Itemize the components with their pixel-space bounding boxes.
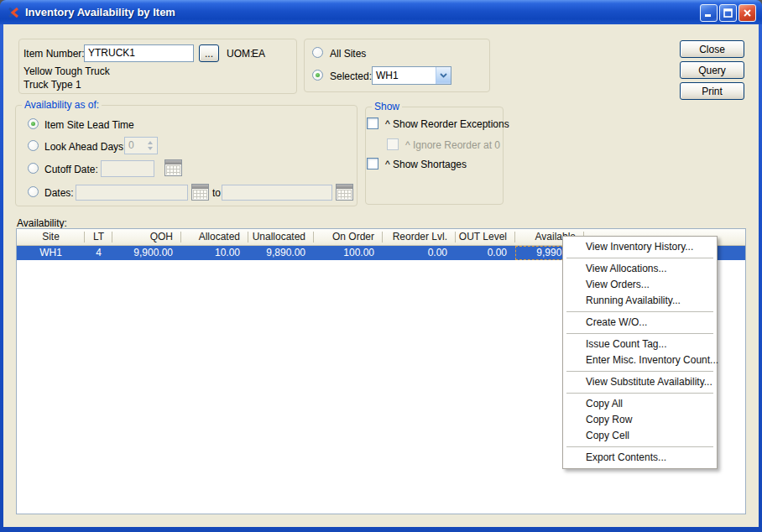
minimize-button[interactable]: [700, 4, 718, 22]
query-button[interactable]: Query: [680, 61, 744, 79]
show-reorder-exceptions-checkbox[interactable]: [367, 117, 378, 129]
ignore-reorder-checkbox[interactable]: [387, 138, 399, 150]
minimize-icon: [704, 8, 713, 18]
item-number-input[interactable]: YTRUCK1: [84, 44, 194, 62]
column-header-qoh[interactable]: QOH: [112, 229, 181, 245]
column-header-allocated[interactable]: Allocated: [181, 229, 248, 245]
column-header-on-order[interactable]: On Order: [314, 229, 383, 245]
menu-item-copy-cell[interactable]: Copy Cell: [563, 428, 717, 444]
cutoff-date-label: Cutoff Date:: [44, 164, 98, 175]
cutoff-date-calendar-icon[interactable]: [164, 159, 182, 176]
print-button[interactable]: Print: [680, 82, 744, 100]
uom-label: UOM:: [227, 48, 253, 60]
menu-item-view-orders[interactable]: View Orders...: [563, 277, 717, 293]
xtuple-logo-icon: [7, 6, 20, 19]
spinner-down-icon[interactable]: [145, 145, 155, 152]
menu-item-copy-all[interactable]: Copy All: [563, 396, 717, 412]
cell-reorder-lvl[interactable]: 0.00: [383, 246, 456, 260]
menu-separator: [566, 258, 713, 258]
menu-separator: [566, 371, 713, 372]
all-sites-label: All Sites: [330, 48, 366, 60]
menu-item-issue-count-tag[interactable]: Issue Count Tag...: [563, 336, 717, 352]
menu-separator: [566, 393, 713, 394]
cell-on-order[interactable]: 100.00: [314, 246, 383, 260]
column-header-out-level[interactable]: OUT Level: [456, 229, 515, 245]
availability-as-of-title: Availability as of:: [22, 100, 102, 111]
date-to-input[interactable]: [222, 185, 332, 201]
context-menu: View Inventory History... View Allocatio…: [562, 236, 718, 469]
menu-item-export-contents[interactable]: Export Contents...: [563, 450, 717, 466]
maximize-button[interactable]: [719, 4, 737, 22]
chevron-down-icon: [440, 73, 447, 78]
close-icon: [743, 8, 752, 18]
look-ahead-days-spinner[interactable]: 0: [124, 137, 158, 154]
item-browse-button[interactable]: ...: [199, 44, 219, 62]
menu-item-copy-row[interactable]: Copy Row: [563, 412, 717, 428]
cell-lt[interactable]: 4: [85, 246, 112, 260]
item-site-lead-time-label: Item Site Lead Time: [44, 119, 134, 131]
cell-site[interactable]: WH1: [17, 246, 85, 260]
look-ahead-days-label: Look Ahead Days:: [44, 141, 126, 153]
availability-table-label: Availability:: [17, 217, 67, 229]
cell-unallocated[interactable]: 9,890.00: [248, 246, 314, 260]
cutoff-date-radio[interactable]: [28, 163, 39, 174]
look-ahead-days-radio[interactable]: [28, 140, 39, 151]
dates-to-label: to: [212, 187, 221, 199]
column-header-reorder-lvl[interactable]: Reorder Lvl.: [383, 229, 456, 245]
dates-label: Dates:: [44, 187, 74, 199]
show-shortages-checkbox[interactable]: [367, 158, 378, 170]
column-header-site[interactable]: Site: [17, 229, 85, 245]
close-action-button[interactable]: Close: [680, 40, 744, 58]
item-description-2: Truck Type 1: [23, 79, 81, 91]
menu-item-enter-misc-inventory-count[interactable]: Enter Misc. Inventory Count...: [563, 352, 717, 368]
date-from-calendar-icon[interactable]: [191, 184, 209, 201]
cell-out-level[interactable]: 0.00: [456, 246, 515, 260]
cell-allocated[interactable]: 10.00: [181, 246, 248, 260]
show-shortages-label: ^ Show Shortages: [385, 159, 467, 170]
window-title: Inventory Availability by Item: [25, 6, 175, 18]
uom-value: EA: [252, 48, 265, 60]
menu-separator: [566, 446, 713, 447]
item-number-label: Item Number:: [23, 48, 85, 60]
show-reorder-exceptions-label: ^ Show Reorder Exceptions: [385, 118, 509, 130]
all-sites-radio[interactable]: [312, 47, 323, 58]
menu-item-create-wo[interactable]: Create W/O...: [563, 315, 717, 331]
menu-separator: [566, 311, 713, 312]
cutoff-date-input[interactable]: [101, 160, 154, 177]
menu-item-view-substitute-availability[interactable]: View Substitute Availability...: [563, 374, 717, 390]
date-to-calendar-icon[interactable]: [336, 184, 353, 201]
show-group-title: Show: [372, 102, 402, 112]
date-from-input[interactable]: [76, 185, 188, 201]
maximize-icon: [723, 8, 733, 18]
column-header-unallocated[interactable]: Unallocated: [248, 229, 314, 245]
item-description-1: Yellow Tough Truck: [23, 65, 110, 77]
menu-item-view-allocations[interactable]: View Allocations...: [563, 261, 717, 277]
site-combobox[interactable]: WH1: [372, 66, 451, 85]
item-site-lead-time-radio[interactable]: [28, 118, 39, 129]
selected-site-label: Selected:: [330, 70, 372, 82]
app-window: Inventory Availability by Item Item Numb…: [0, 0, 762, 532]
ignore-reorder-label: ^ Ignore Reorder at 0: [405, 139, 500, 151]
selected-site-radio[interactable]: [312, 70, 323, 81]
look-ahead-days-value: 0: [128, 139, 134, 151]
titlebar[interactable]: Inventory Availability by Item: [0, 0, 762, 24]
close-button[interactable]: [739, 4, 756, 22]
combo-dropdown-button[interactable]: [436, 67, 451, 84]
menu-item-running-availability[interactable]: Running Availability...: [563, 293, 717, 309]
dates-radio[interactable]: [28, 186, 39, 197]
column-header-lt[interactable]: LT: [85, 229, 112, 245]
cell-qoh[interactable]: 9,900.00: [112, 246, 181, 260]
menu-separator: [566, 333, 713, 334]
site-combobox-value: WH1: [376, 70, 399, 81]
menu-item-view-inventory-history[interactable]: View Inventory History...: [563, 239, 717, 255]
